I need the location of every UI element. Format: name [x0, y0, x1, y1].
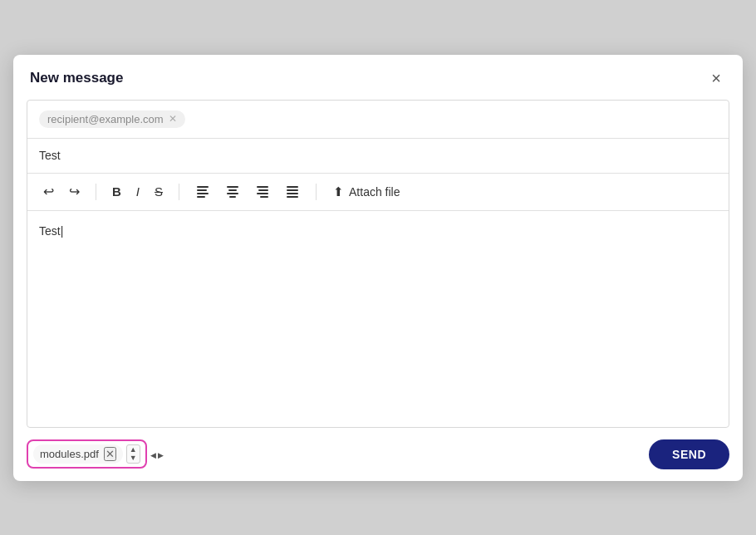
- modal-title: New message: [30, 70, 123, 86]
- toolbar-separator-3: [316, 184, 317, 200]
- attach-file-label: Attach file: [349, 185, 400, 199]
- send-button[interactable]: SEND: [649, 439, 729, 469]
- align-right-button[interactable]: [249, 180, 276, 204]
- recipient-email: recipient@example.com: [47, 113, 164, 125]
- attachment-remove-button[interactable]: ✕: [104, 447, 116, 461]
- scroll-down-icon[interactable]: ▼: [130, 454, 137, 463]
- recipient-remove-icon[interactable]: ✕: [169, 113, 177, 125]
- align-left-icon: [195, 184, 210, 199]
- scroll-left-icon[interactable]: ◀: [150, 451, 156, 459]
- attachment-item: modules.pdf ✕: [33, 444, 123, 464]
- attachment-area: modules.pdf ✕ ▲ ▼ ◀ ▶: [27, 439, 164, 469]
- close-button[interactable]: ×: [706, 68, 726, 88]
- to-field[interactable]: recipient@example.com ✕: [27, 101, 729, 139]
- attach-file-button[interactable]: ⬆ Attach file: [326, 180, 406, 204]
- new-message-modal: New message × recipient@example.com ✕ Te…: [13, 55, 743, 481]
- upload-icon: ⬆: [333, 184, 344, 199]
- message-text: Test: [39, 224, 63, 238]
- strikethrough-button[interactable]: S: [149, 181, 169, 202]
- attachment-list: modules.pdf ✕ ▲ ▼: [27, 439, 147, 469]
- modal-overlay: New message × recipient@example.com ✕ Te…: [0, 0, 756, 535]
- italic-button[interactable]: I: [130, 181, 145, 202]
- subject-value: Test: [39, 149, 61, 162]
- toolbar: ↩ ↪ B I S: [27, 174, 729, 211]
- recipient-chip: recipient@example.com ✕: [39, 110, 185, 128]
- align-right-icon: [255, 184, 270, 199]
- undo-icon: ↩: [43, 185, 54, 199]
- justify-icon: [285, 184, 300, 199]
- modal-body: recipient@example.com ✕ Test ↩ ↪ B I S: [27, 100, 729, 428]
- message-body[interactable]: Test: [27, 211, 729, 427]
- attachment-filename: modules.pdf: [40, 448, 99, 460]
- modal-header: New message ×: [13, 55, 743, 100]
- align-center-button[interactable]: [219, 180, 246, 204]
- align-left-button[interactable]: [189, 180, 216, 204]
- redo-button[interactable]: ↪: [63, 181, 86, 203]
- modal-footer: modules.pdf ✕ ▲ ▼ ◀ ▶ SEND: [13, 428, 743, 481]
- subject-field[interactable]: Test: [27, 139, 729, 174]
- bold-button[interactable]: B: [106, 181, 127, 202]
- horizontal-scroll: ◀ ▶: [150, 451, 164, 459]
- redo-icon: ↪: [69, 185, 80, 199]
- align-center-icon: [225, 184, 240, 199]
- toolbar-separator-1: [96, 184, 96, 200]
- undo-button[interactable]: ↩: [37, 181, 60, 203]
- scroll-right-icon[interactable]: ▶: [158, 451, 164, 459]
- justify-button[interactable]: [279, 180, 306, 204]
- toolbar-separator-2: [179, 184, 179, 200]
- scroll-arrows[interactable]: ▲ ▼: [126, 444, 140, 464]
